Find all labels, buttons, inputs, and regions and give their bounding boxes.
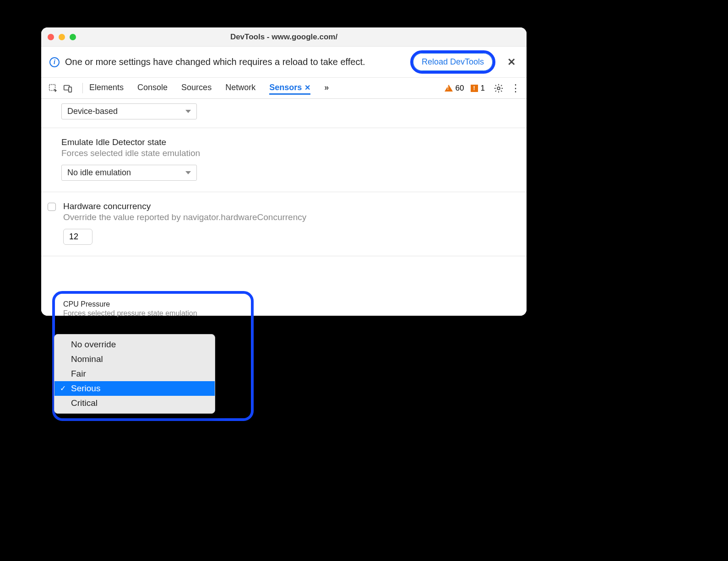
close-tab-icon[interactable]: ✕	[304, 83, 310, 92]
devtools-window: DevTools - www.google.com/ i One or more…	[41, 27, 527, 316]
idle-emulation-select[interactable]: No idle emulation	[61, 165, 197, 181]
tab-network[interactable]: Network	[225, 83, 255, 93]
dismiss-banner-button[interactable]: ✕	[498, 56, 518, 68]
idle-title: Emulate Idle Detector state	[61, 137, 516, 147]
issues-counter[interactable]: ! 1	[471, 84, 485, 93]
maximize-window-button[interactable]	[70, 34, 76, 40]
svg-rect-2	[69, 87, 71, 92]
pressure-option-no-override[interactable]: No override	[54, 337, 215, 352]
cpu-pressure-dropdown[interactable]: No override Nominal Fair ✓ Serious Criti…	[54, 334, 215, 414]
close-window-button[interactable]	[48, 34, 54, 40]
warnings-counter[interactable]: 60	[445, 84, 464, 93]
concurrency-subtitle: Override the value reported by navigator…	[63, 212, 306, 222]
pressure-option-critical[interactable]: Critical	[54, 396, 215, 410]
issues-count: 1	[481, 84, 485, 93]
more-tabs-button[interactable]: »	[324, 83, 329, 93]
tab-sensors[interactable]: Sensors ✕	[269, 83, 310, 95]
info-icon: i	[49, 57, 60, 67]
device-based-section: Device-based	[41, 99, 527, 128]
concurrency-title: Hardware concurrency	[63, 201, 306, 211]
pressure-subtitle: Forces selected pressure state emulation	[63, 309, 243, 318]
tab-console[interactable]: Console	[137, 83, 168, 93]
reload-banner: i One or more settings have changed whic…	[41, 47, 527, 78]
device-based-value: Device-based	[67, 107, 118, 116]
settings-icon[interactable]	[492, 82, 505, 95]
pressure-option-nominal[interactable]: Nominal	[54, 352, 215, 367]
titlebar: DevTools - www.google.com/	[41, 27, 527, 47]
idle-detector-section: Emulate Idle Detector state Forces selec…	[41, 128, 527, 192]
check-icon: ✓	[60, 384, 66, 393]
toolbar: Elements Console Sources Network Sensors…	[41, 78, 527, 99]
dropdown-caret-icon	[185, 110, 191, 113]
window-controls	[48, 34, 76, 40]
device-toolbar-icon[interactable]	[61, 82, 74, 95]
banner-message: One or more settings have changed which …	[65, 57, 407, 67]
warnings-count: 60	[456, 84, 464, 93]
device-based-select[interactable]: Device-based	[61, 103, 197, 119]
idle-subtitle: Forces selected idle state emulation	[61, 148, 516, 158]
dropdown-caret-icon	[185, 171, 191, 174]
tab-elements[interactable]: Elements	[89, 83, 124, 93]
inspect-element-icon[interactable]	[47, 82, 60, 95]
panel-tabs: Elements Console Sources Network Sensors…	[82, 83, 329, 93]
hardware-concurrency-input[interactable]: 12	[63, 229, 92, 245]
minimize-window-button[interactable]	[59, 34, 65, 40]
warning-icon	[445, 85, 453, 92]
pressure-title: CPU Pressure	[63, 300, 243, 308]
pressure-option-serious[interactable]: ✓ Serious	[54, 381, 215, 396]
sensors-panel: Device-based Emulate Idle Detector state…	[41, 99, 527, 316]
window-title: DevTools - www.google.com/	[41, 32, 527, 42]
issue-icon: !	[471, 85, 478, 92]
hardware-concurrency-checkbox[interactable]	[48, 203, 56, 211]
cpu-pressure-highlight: CPU Pressure Forces selected pressure st…	[52, 291, 254, 421]
hardware-concurrency-section: Hardware concurrency Override the value …	[41, 192, 527, 256]
idle-value: No idle emulation	[67, 168, 131, 178]
svg-point-3	[497, 87, 500, 90]
more-options-icon[interactable]: ⋮	[507, 82, 521, 94]
tab-sources[interactable]: Sources	[181, 83, 212, 93]
pressure-option-fair[interactable]: Fair	[54, 367, 215, 381]
reload-devtools-button[interactable]: Reload DevTools	[413, 53, 493, 71]
